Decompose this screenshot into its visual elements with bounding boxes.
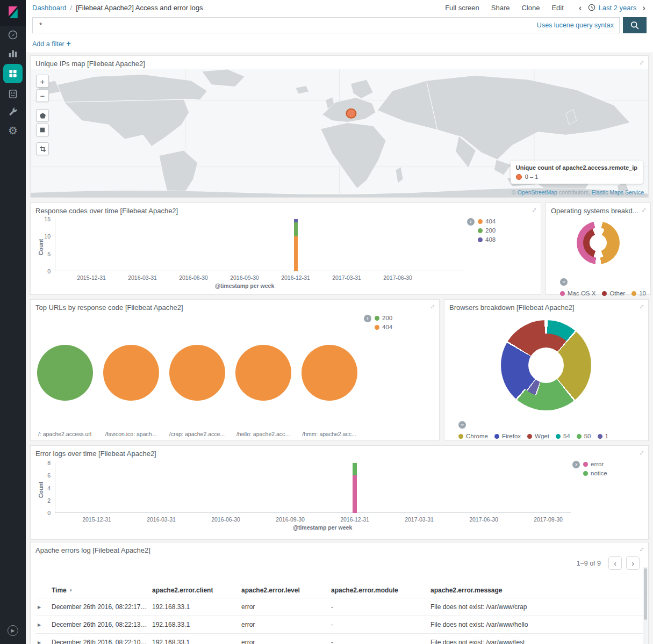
sidebar-item-discover[interactable] — [0, 26, 26, 44]
sidebar-item-dev-tools[interactable] — [0, 103, 26, 121]
pie-chart[interactable] — [37, 345, 93, 401]
full-screen-button[interactable]: Full screen — [445, 4, 479, 12]
response-codes-chart[interactable]: 0510152015-12-312016-03-312016-06-302016… — [35, 216, 536, 294]
time-forward-button[interactable]: › — [641, 3, 647, 12]
pie-chart[interactable] — [235, 345, 291, 401]
share-button[interactable]: Share — [491, 4, 510, 12]
filter-bar: Add a filter + — [26, 36, 653, 53]
world-map[interactable]: + − Unique count of apache2.access.remot… — [31, 69, 648, 198]
legend-item[interactable]: Other — [602, 290, 625, 296]
attribution-text: contributors, — [559, 189, 590, 196]
browsers-donut-chart[interactable] — [501, 320, 591, 410]
table-scrollbar[interactable] — [643, 567, 648, 644]
bar-segment[interactable] — [353, 463, 357, 475]
bar-segment[interactable] — [353, 475, 357, 513]
cell-message: File does not exist: /var/www/crap — [428, 598, 643, 616]
legend-toggle-button[interactable]: › — [560, 278, 568, 286]
cell-client: 192.168.33.1 — [150, 616, 239, 634]
legend-item[interactable]: 50 — [577, 433, 591, 439]
legend-toggle-button[interactable]: › — [467, 218, 475, 226]
legend-label: 200 — [485, 227, 496, 234]
search-icon — [630, 20, 640, 30]
column-header[interactable]: apache2.error.message — [428, 583, 643, 598]
edit-button[interactable]: Edit — [551, 4, 563, 12]
time-range-button[interactable]: Last 2 years — [588, 4, 637, 12]
legend-toggle-button[interactable]: › — [458, 421, 466, 429]
column-header[interactable]: apache2.error.module — [329, 583, 428, 598]
map-marker[interactable] — [346, 109, 356, 118]
legend-item[interactable]: 404 — [478, 218, 496, 225]
pie-chart[interactable] — [169, 345, 225, 401]
sidebar-item-management[interactable]: ⚙ — [0, 121, 26, 140]
draw-polygon-tool-button[interactable] — [36, 109, 49, 122]
bar-segment[interactable] — [294, 236, 298, 271]
error-logs-chart[interactable]: 024682015-12-312016-03-312016-06-302016-… — [35, 459, 643, 539]
os-donut-chart[interactable] — [577, 221, 620, 264]
legend-color-dot — [458, 434, 463, 439]
sidebar-item-visualize[interactable] — [0, 44, 26, 62]
zoom-out-button[interactable]: − — [36, 89, 49, 102]
column-header[interactable]: apache2.error.client — [150, 583, 239, 598]
zoom-in-button[interactable]: + — [36, 75, 49, 88]
legend-item[interactable]: error — [583, 461, 607, 467]
bar-segment[interactable] — [294, 219, 298, 222]
legend-item[interactable]: notice — [583, 470, 607, 476]
breadcrumb[interactable]: Dashboard — [32, 4, 67, 12]
draw-rectangle-tool-button[interactable] — [36, 124, 49, 136]
legend-item[interactable]: Firefox — [494, 433, 521, 439]
page-title: [Filebeat Apache2] Access and error logs — [76, 4, 203, 12]
time-back-button[interactable]: ‹ — [578, 3, 583, 12]
legend-color-dot — [560, 291, 565, 296]
row-expand-toggle[interactable]: ▶ — [35, 634, 49, 644]
legend-item[interactable]: 200 — [375, 315, 392, 321]
crop-tool-button[interactable] — [36, 142, 49, 155]
lucene-syntax-link[interactable]: Uses lucene query syntax — [537, 21, 614, 29]
pie-chart[interactable] — [302, 345, 357, 401]
sidebar-item-dashboard[interactable] — [0, 62, 26, 85]
legend-item[interactable]: Chrome — [458, 433, 488, 439]
cell-message: File does not exist: /var/www/test — [428, 634, 643, 644]
pagination-next-button[interactable]: › — [626, 556, 640, 570]
table-row[interactable]: ▶December 26th 2016, 08:22:13.000192.168… — [35, 616, 643, 634]
clone-button[interactable]: Clone — [521, 4, 540, 12]
elastic-maps-service-link[interactable]: Elastic Maps Service — [592, 189, 644, 196]
row-expand-toggle[interactable]: ▶ — [35, 598, 49, 616]
row-expand-toggle[interactable]: ▶ — [35, 616, 49, 634]
column-header[interactable]: apache2.error.level — [239, 583, 329, 598]
gear-icon: ⚙ — [8, 125, 18, 136]
scrollbar-thumb[interactable] — [644, 568, 647, 620]
legend-toggle-button[interactable]: › — [364, 315, 371, 322]
search-query-input[interactable] — [38, 20, 532, 30]
add-filter-link[interactable]: Add a filter + — [32, 40, 70, 48]
y-axis-tick-label: 0 — [35, 268, 51, 274]
sidebar-item-timelion[interactable] — [0, 85, 26, 103]
legend-item[interactable]: 54 — [556, 433, 570, 439]
openstreetmap-link[interactable]: OpenStreetMap — [518, 189, 557, 196]
legend-item[interactable]: Mac OS X — [560, 290, 595, 296]
chart-legend: › errornotice — [572, 461, 607, 476]
legend-item[interactable]: 408 — [478, 236, 496, 243]
cell-time: December 26th 2016, 08:22:17.000 — [49, 598, 150, 616]
x-axis-tick-label: 2017-06-30 — [374, 274, 422, 281]
timelion-icon — [7, 88, 19, 100]
kibana-logo[interactable] — [0, 0, 26, 26]
column-header[interactable]: Time▼ — [49, 583, 150, 598]
sort-icon: ▼ — [69, 588, 73, 593]
legend-item[interactable]: Wget — [527, 433, 549, 439]
pie-chart[interactable] — [103, 345, 159, 401]
legend-item[interactable]: 1 — [598, 433, 608, 439]
collapse-sidebar-button[interactable]: ▶ — [4, 625, 21, 636]
panel-top-urls: Top URLs by response code [Filebeat Apac… — [30, 299, 440, 441]
legend-toggle-button[interactable]: › — [572, 461, 580, 468]
table-row[interactable]: ▶December 26th 2016, 08:22:10.000192.168… — [35, 634, 643, 644]
bar-segment[interactable] — [294, 222, 298, 236]
legend-item[interactable]: 10 — [632, 290, 646, 296]
legend-item[interactable]: 200 — [478, 227, 496, 234]
time-picker: ‹ Last 2 years › — [578, 3, 647, 12]
legend-item[interactable]: 404 — [375, 324, 392, 330]
map-legend-title: Unique count of apache2.access.remote_ip — [516, 164, 637, 171]
search-button[interactable] — [623, 17, 647, 33]
x-axis-tick-label: 2017-03-31 — [395, 516, 443, 523]
table-row[interactable]: ▶December 26th 2016, 08:22:17.000192.168… — [35, 598, 643, 616]
pagination-prev-button[interactable]: ‹ — [608, 556, 622, 570]
